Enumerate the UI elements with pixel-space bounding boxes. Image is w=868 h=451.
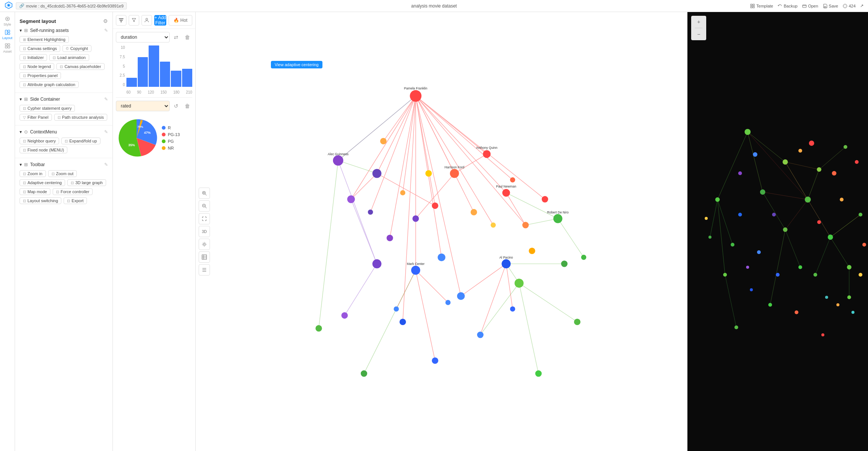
sidebar-item-asset[interactable]: Asset (2, 42, 14, 54)
dark-panel[interactable]: + − (687, 12, 868, 451)
filter-funnel-btn[interactable] (129, 15, 139, 26)
section-self-running[interactable]: ▾ ⊞ Self-running assets ✎ (15, 26, 112, 35)
tag-map-mode[interactable]: ⊡Map mode (20, 188, 50, 195)
tag-cypher-query[interactable]: ⊡Cypher statement query (20, 105, 75, 112)
svg-rect-16 (8, 44, 10, 45)
rated-select[interactable]: rated (116, 101, 170, 111)
tag-export[interactable]: ⊡Export (64, 197, 87, 204)
svg-line-79 (519, 283, 578, 322)
svg-line-75 (526, 219, 558, 225)
svg-point-100 (333, 155, 343, 165)
dark-graph-svg[interactable] (687, 12, 868, 451)
svg-point-189 (757, 250, 761, 254)
graph-3d-btn[interactable]: 3D (199, 226, 210, 237)
save-btn[interactable]: Save (823, 4, 838, 8)
template-btn[interactable]: Template (750, 4, 773, 8)
section-label: Self-running assets (30, 28, 69, 33)
svg-line-157 (785, 200, 808, 230)
svg-point-22 (146, 18, 148, 20)
tag-element-highlighting[interactable]: ⊞Element Highlighting (20, 36, 69, 43)
filter-person-btn[interactable] (141, 15, 152, 26)
section-toolbar[interactable]: ▾ ⊞ Toolbar ✎ (15, 160, 112, 169)
section-edit-icon[interactable]: ✎ (104, 28, 108, 33)
duration-bar-chart: 107.552.50 6090120150180210 (116, 45, 192, 94)
sidebar-item-layout[interactable]: Layout (2, 29, 14, 41)
duration-refresh-btn[interactable]: ⇄ (171, 32, 181, 42)
svg-point-164 (847, 265, 851, 269)
open-btn[interactable]: Open (802, 4, 818, 8)
graph-settings-btn[interactable] (199, 239, 210, 250)
tag-neighbor-query[interactable]: ⊡Neighbor query (20, 138, 59, 144)
svg-point-190 (776, 273, 780, 277)
tag-properties-panel[interactable]: ⊡Properties panel (20, 72, 61, 79)
more-btn[interactable]: ↗ (860, 3, 863, 8)
graph-svg[interactable]: Pamela Franklin Alec Guinness Anthony Qu… (196, 12, 687, 451)
svg-line-56 (377, 173, 435, 206)
svg-point-113 (581, 255, 587, 260)
svg-point-96 (491, 222, 496, 228)
tag-canvas-settings[interactable]: ⊡Canvas settings (20, 45, 60, 52)
svg-point-121 (510, 306, 515, 312)
tag-force-controller[interactable]: ⊡Force controller (53, 188, 93, 195)
tag-copyright[interactable]: ©Copyright (62, 45, 91, 52)
svg-point-162 (805, 197, 811, 203)
tag-zoom-in[interactable]: ⊡Zoom in (20, 170, 46, 177)
minimap-zoom-out[interactable]: − (694, 30, 703, 39)
svg-line-143 (785, 230, 800, 267)
svg-text:Mark Center: Mark Center (407, 262, 424, 266)
graph-zoom-in-btn[interactable] (199, 188, 210, 199)
tag-expand-fold[interactable]: ⊡Expand/fold up (61, 138, 100, 144)
svg-point-119 (502, 259, 511, 268)
svg-point-199 (851, 311, 854, 314)
svg-point-193 (859, 273, 862, 277)
section-label-3: ContextMenu (30, 129, 57, 135)
tag-filter-panel[interactable]: ▽Filter Panel (20, 114, 52, 121)
fork-count[interactable]: ♡ 424 (843, 4, 856, 8)
tag-layout-switching[interactable]: ⊡Layout switching (20, 197, 61, 204)
rated-refresh-btn[interactable]: ↺ (171, 101, 181, 111)
graph-table-btn[interactable] (199, 251, 210, 263)
svg-text:Alec Guinness: Alec Guinness (328, 152, 348, 156)
chevron-down-icon-3: ▾ (20, 129, 22, 135)
backup-btn[interactable]: Backup (778, 4, 798, 8)
tag-attr-graph-calc[interactable]: ⊡Attribute graph calculation (20, 81, 79, 88)
svg-point-200 (825, 296, 828, 299)
graph-toolbar: 3D (199, 188, 210, 275)
graph-zoom-out-btn[interactable] (199, 200, 210, 212)
duration-select[interactable]: duration (116, 32, 170, 42)
section-context-menu[interactable]: ▾ ⊙ ContextMenu ✎ (15, 127, 112, 136)
filter-layers-btn[interactable] (116, 15, 126, 26)
file-path[interactable]: 🔗 movie : ds_45cdcdd1-3676-4b65-b1f2-6b9… (16, 2, 127, 9)
section-side-container[interactable]: ▾ ⊞ Side Container ✎ (15, 94, 112, 103)
tag-zoom-out[interactable]: ⊡Zoom out (48, 170, 77, 177)
cube-icon-2: ⊞ (24, 97, 28, 102)
tag-path-structure[interactable]: ⊡Path structure analysis (54, 114, 107, 121)
add-filter-button[interactable]: + Add Filter (154, 15, 166, 26)
svg-point-174 (768, 303, 772, 307)
duration-delete-btn[interactable]: 🗑 (182, 32, 192, 42)
rated-delete-btn[interactable]: 🗑 (182, 101, 192, 111)
svg-line-31 (205, 207, 207, 208)
section-edit-icon-4[interactable]: ✎ (104, 162, 108, 167)
svg-text:Robert De Niro: Robert De Niro (547, 210, 569, 214)
sidebar-settings-icon[interactable]: ⚙ (103, 18, 108, 24)
graph-list-btn[interactable] (199, 264, 210, 275)
tag-3d-large-graph[interactable]: ⊡3D large graph (67, 179, 106, 186)
tag-canvas-placeholder[interactable]: ⊡Canvas placeholder (56, 63, 104, 70)
svg-point-191 (750, 288, 753, 291)
section-edit-icon-2[interactable]: ✎ (104, 97, 108, 102)
tag-initializer[interactable]: ⊡Initializer (20, 54, 47, 61)
sidebar-item-style[interactable]: Style (2, 15, 14, 27)
tag-load-animation[interactable]: ⊡Load animation (49, 54, 89, 61)
chevron-down-icon-4: ▾ (20, 162, 22, 167)
svg-point-184 (817, 220, 821, 224)
tag-adaptive-centering[interactable]: ⊡Adaptive centering (20, 179, 65, 186)
tag-node-legend[interactable]: ⊡Node legend (20, 63, 54, 70)
graph-area[interactable]: View adaptive centering 3D (196, 12, 687, 451)
hot-button[interactable]: 🔥 Hot (169, 15, 192, 26)
bar-60 (126, 78, 137, 87)
graph-fit-btn[interactable] (199, 213, 210, 224)
minimap-zoom-in[interactable]: + (694, 17, 703, 26)
tag-fixed-node[interactable]: ⊡Fixed node (MENU) (20, 147, 67, 153)
section-edit-icon-3[interactable]: ✎ (104, 129, 108, 135)
